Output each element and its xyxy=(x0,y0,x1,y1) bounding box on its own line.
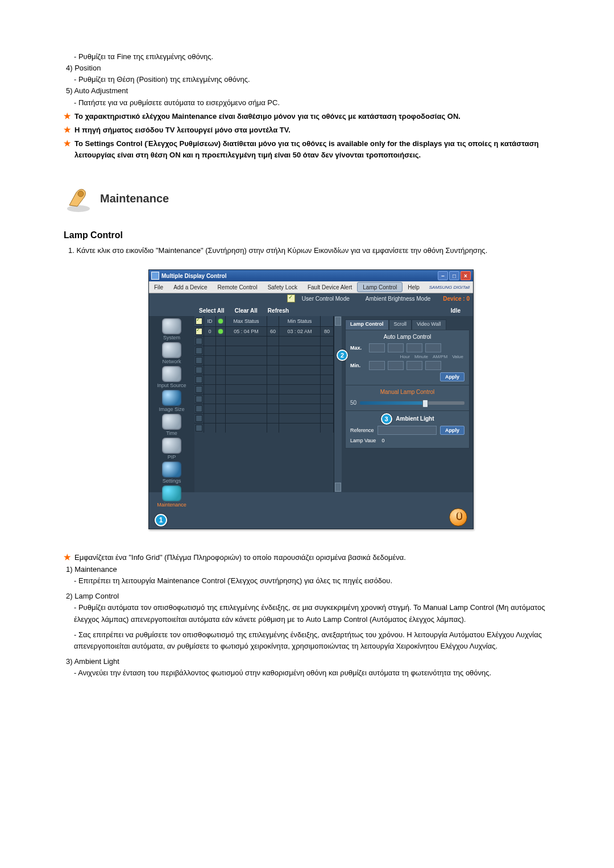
refresh-button[interactable]: Refresh xyxy=(268,308,289,314)
grid-scrollbar[interactable] xyxy=(334,316,342,492)
max-label: Max. xyxy=(350,345,366,351)
col-max-status: Max Status xyxy=(226,316,267,326)
sidebar-item-image-size[interactable]: Image Size xyxy=(155,389,189,412)
lamp-control-panel: Auto Lamp Control Max. Hour Minute xyxy=(345,330,470,448)
star-icon: ★ xyxy=(64,111,71,122)
marker-2-icon: 2 xyxy=(337,350,348,361)
sidebar-item-settings[interactable]: Settings xyxy=(155,460,189,484)
col-min-status: Min Status xyxy=(279,316,321,326)
intro-step-1: 1. Κάντε κλικ στο εικονίδιο "Maintenance… xyxy=(64,245,557,257)
sidebar: System Network Input Source Image Size T… xyxy=(149,316,194,492)
tab-video-wall[interactable]: Video Wall xyxy=(412,319,446,330)
tab-lamp-control[interactable]: Lamp Control xyxy=(345,319,389,330)
lamp-slider[interactable] xyxy=(360,401,464,405)
maximize-button[interactable]: □ xyxy=(449,271,459,280)
max-minute-dropdown[interactable] xyxy=(388,343,404,352)
select-all-button[interactable]: Select All xyxy=(199,308,225,314)
below-i3-desc: Ανιχνεύει την ένταση του περιβάλλοντος φ… xyxy=(64,667,557,679)
svg-point-0 xyxy=(67,205,90,212)
menubar: File Add a Device Remote Control Safety … xyxy=(149,281,473,293)
section-title: Maintenance xyxy=(100,192,169,205)
reference-label: Reference xyxy=(350,427,374,433)
power-icon[interactable] xyxy=(449,508,467,526)
slider-value: 50 xyxy=(350,400,356,406)
sidebar-item-system[interactable]: System xyxy=(155,317,189,340)
tab-scroll[interactable]: Scroll xyxy=(389,319,412,330)
sidebar-item-maintenance[interactable]: Maintenance xyxy=(155,484,189,508)
menu-add-device[interactable]: Add a Device xyxy=(168,281,212,293)
user-mode-checkbox[interactable] xyxy=(287,294,295,302)
lamp-value-label: Lamp Vaue xyxy=(350,438,376,443)
min-label: Min. xyxy=(350,363,366,368)
status-dot-icon xyxy=(218,319,223,323)
menu-help[interactable]: Help xyxy=(403,281,425,293)
min-ampm-dropdown[interactable] xyxy=(406,361,422,370)
star-icon: ★ xyxy=(64,552,71,564)
table-row[interactable]: 0 05 : 04 PM 60 03 : 02 AM 80 xyxy=(194,326,334,336)
sidebar-item-input-source[interactable]: Input Source xyxy=(155,365,189,388)
min-minute-dropdown[interactable] xyxy=(388,361,404,370)
svg-point-1 xyxy=(78,191,84,197)
row-status-icon xyxy=(218,329,223,334)
star-note-2: Η πηγή σήματος εισόδου TV λειτουργεί μόν… xyxy=(74,124,291,136)
min-value-dropdown[interactable] xyxy=(425,361,441,370)
below-i2-label: 2) Lamp Control xyxy=(64,587,557,602)
info-grid: ID Max Status Min Status 0 05 : 04 PM xyxy=(194,316,334,492)
star-icon: ★ xyxy=(64,124,71,136)
ambient-mode-label: Ambient Brightness Mode xyxy=(366,296,431,302)
status-idle: Idle xyxy=(451,308,473,314)
app-window: Multiple Display Control – □ × File Add … xyxy=(148,269,474,529)
close-button[interactable]: × xyxy=(460,271,471,280)
star-note-3: Το Settings Control (Έλεγχος Ρυθμίσεων) … xyxy=(74,138,557,161)
star-note-1: Το χαρακτηριστικό ελέγχου Maintenance εί… xyxy=(74,111,460,122)
device-count: Device : 0 xyxy=(443,296,470,302)
below-i1-desc: Επιτρέπει τη λειτουργία Maintenance Cont… xyxy=(64,575,557,587)
auto-apply-button[interactable]: Apply xyxy=(440,372,464,381)
ambient-apply-button[interactable]: Apply xyxy=(440,426,464,435)
minimize-button[interactable]: – xyxy=(438,271,448,280)
ambient-light-title: Ambient Light xyxy=(393,416,434,422)
item5-label: 5) Auto Adjustment xyxy=(64,85,557,97)
reference-dropdown[interactable] xyxy=(377,426,437,435)
user-mode-label: User Control Mode xyxy=(302,296,350,302)
row-checkbox[interactable] xyxy=(196,328,202,335)
below-i3-label: 3) Ambient Light xyxy=(64,653,557,667)
subsection-title: Lamp Control xyxy=(64,230,557,240)
brand-label: SAMSUNG DIGITall xyxy=(429,285,473,290)
item4-label: 4) Position xyxy=(64,63,557,74)
info-grid-note: Εμφανίζεται ένα "Info Grid" (Πλέγμα Πληρ… xyxy=(74,552,406,564)
marker-1-icon: 1 xyxy=(155,514,167,526)
maintenance-section-icon xyxy=(64,184,93,213)
below-i1-label: 1) Maintenance xyxy=(64,564,557,575)
menu-safety-lock[interactable]: Safety Lock xyxy=(263,281,302,293)
sidebar-item-time[interactable]: Time xyxy=(155,413,189,436)
item4-desc: Ρυθμίζει τη Θέση (Position) της επιλεγμέ… xyxy=(64,74,557,85)
header-checkbox[interactable] xyxy=(196,318,202,325)
star-icon: ★ xyxy=(64,138,71,161)
sidebar-item-network[interactable]: Network xyxy=(155,341,189,364)
fine-desc: Ρυθμίζει τα Fine της επιλεγμένης οθόνης. xyxy=(64,51,557,63)
marker-3-icon: 3 xyxy=(381,413,392,425)
window-title: Multiple Display Control xyxy=(161,273,226,279)
col-id: ID xyxy=(204,316,216,326)
max-hour-dropdown[interactable] xyxy=(369,343,385,352)
manual-lamp-title: Manual Lamp Control xyxy=(350,388,464,397)
lamp-value: 0 xyxy=(381,438,384,443)
auto-lamp-title: Auto Lamp Control xyxy=(350,333,464,342)
menu-lamp-control[interactable]: Lamp Control xyxy=(357,282,403,292)
titlebar: Multiple Display Control – □ × xyxy=(149,270,473,281)
max-ampm-dropdown[interactable] xyxy=(406,343,422,352)
max-value-dropdown[interactable] xyxy=(425,343,441,352)
app-icon xyxy=(151,272,159,280)
menu-remote-control[interactable]: Remote Control xyxy=(213,281,263,293)
sidebar-item-pip[interactable]: PIP xyxy=(155,437,189,460)
below-i2-desc-a: Ρυθμίζει αυτόματα τον οπισθοφωτισμό της … xyxy=(64,602,557,626)
item5-desc: Πατήστε για να ρυθμίσετε αυτόματα το εισ… xyxy=(64,97,557,109)
min-hour-dropdown[interactable] xyxy=(369,361,385,370)
menu-file[interactable]: File xyxy=(149,281,168,293)
clear-all-button[interactable]: Clear All xyxy=(235,308,258,314)
menu-fault-alert[interactable]: Fault Device Alert xyxy=(302,281,357,293)
below-i2-desc-b: Σας επιτρέπει να ρυθμίσετε τον οπισθοφωτ… xyxy=(64,626,557,653)
